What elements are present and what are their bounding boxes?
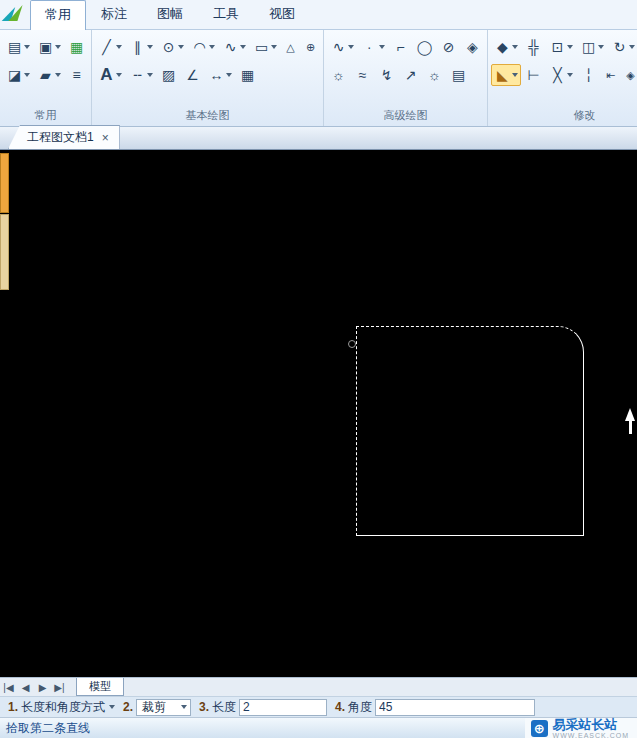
dropdown-caret-icon [348, 45, 354, 49]
circle-icon[interactable]: ⊙ [157, 36, 187, 58]
dropdown-caret-icon [226, 73, 232, 77]
layer-settings-icon[interactable]: ≡ [65, 64, 88, 86]
wave-line-icon[interactable]: ≈ [351, 64, 374, 86]
arrow-icon[interactable]: ↗ [399, 64, 422, 86]
table-icon[interactable]: ▦ [236, 64, 259, 86]
angle-icon[interactable]: ∠ [181, 64, 204, 86]
dropdown-caret-icon [271, 45, 277, 49]
polyline-icon[interactable]: ⌐ [389, 36, 412, 58]
extend-icon[interactable]: ⊢ [522, 64, 545, 86]
group-label-modify: 修改 [491, 106, 637, 126]
text-icon[interactable]: A [95, 64, 125, 86]
break-icon[interactable]: ╎ [577, 64, 600, 86]
tab-home[interactable]: 常用 [30, 0, 86, 30]
ruler-icon[interactable]: ▤ [447, 64, 470, 86]
dropdown-caret-icon [512, 73, 518, 77]
dropdown-caret-icon [512, 45, 518, 49]
insert-object-icon[interactable]: ▦ [65, 36, 88, 58]
formula-curve-icon[interactable]: ⊘ [437, 36, 460, 58]
document-tab[interactable]: 工程图文档1 × [8, 125, 120, 149]
command-prompt-text: 拾取第二条直线 [6, 720, 90, 737]
document-tab-label: 工程图文档1 [27, 129, 94, 146]
docked-panel-tab-2[interactable] [0, 214, 9, 290]
ribbon-group-basic-draw: ╱ ∥ ⊙ ◠ ∿ ▭ △ ⊕ A ╌ ▨ ∠ ↔ ▦ 基本绘图 [92, 30, 324, 126]
group-label-advanced-draw: 高级绘图 [327, 106, 484, 126]
watermark-title: 易采站长站 [553, 718, 629, 731]
trim-icon[interactable]: ╳ [546, 64, 576, 86]
option2-number: 2. [123, 700, 133, 714]
ribbon-panel: ▤ ▣ ▦ ◪ ▰ ≡ 常用 ╱ ∥ ⊙ ◠ ∿ ▭ △ ⊕ [0, 30, 637, 127]
spline-icon[interactable]: ∿ [219, 36, 249, 58]
document-tab-bar: 工程图文档1 × [0, 127, 637, 150]
option1-mode-dropdown[interactable]: 长度和角度方式 [21, 699, 105, 716]
move-icon[interactable]: ╬ [522, 36, 545, 58]
mouse-cursor-icon [624, 408, 637, 434]
dropdown-caret-icon[interactable] [109, 705, 115, 709]
block-icon[interactable]: ◈ [461, 36, 484, 58]
zigzag-line-icon[interactable]: ↯ [375, 64, 398, 86]
arc-icon[interactable]: ◠ [188, 36, 218, 58]
dropdown-caret-icon [116, 73, 122, 77]
dropdown-caret-icon [24, 73, 30, 77]
close-document-icon[interactable]: × [102, 133, 109, 143]
length-label: 长度 [212, 699, 236, 716]
tab-dimension[interactable]: 标注 [86, 0, 142, 29]
dropdown-caret-icon [567, 45, 573, 49]
stretch-icon[interactable]: ⇤ [601, 64, 620, 86]
dropdown-caret-icon [55, 73, 61, 77]
dimension-icon[interactable]: ↔ [205, 64, 235, 86]
docked-panel-tab-1[interactable] [0, 153, 9, 213]
mirror-icon[interactable]: ◫ [577, 36, 607, 58]
line-icon[interactable]: ╱ [95, 36, 125, 58]
dropdown-caret-icon [116, 45, 122, 49]
drawn-rectangle-with-fillet[interactable] [356, 326, 584, 536]
first-sheet-button[interactable]: |◀ [0, 678, 17, 696]
explode-icon[interactable]: ◈ [621, 64, 637, 86]
angle-input[interactable] [375, 699, 535, 716]
tab-view[interactable]: 视图 [254, 0, 310, 29]
ellipse-icon[interactable]: ◯ [413, 36, 436, 58]
option4-number: 4. [335, 700, 345, 714]
format-brush-icon[interactable]: ▰ [34, 64, 64, 86]
point-icon[interactable]: ∙ [358, 36, 388, 58]
tab-drawing-frame[interactable]: 图幅 [142, 0, 198, 29]
group-label-common: 常用 [3, 106, 88, 126]
polygon-icon[interactable]: △ [281, 36, 300, 58]
prev-sheet-button[interactable]: ◀ [17, 678, 34, 696]
length-input[interactable] [239, 699, 327, 716]
group-label-basic-draw: 基本绘图 [95, 106, 320, 126]
drawing-canvas[interactable] [0, 150, 637, 677]
parallel-line-icon[interactable]: ∥ [126, 36, 156, 58]
dropdown-caret-icon [598, 45, 604, 49]
gear2-icon[interactable]: ☼ [423, 64, 446, 86]
hatch-icon[interactable]: ▨ [157, 64, 180, 86]
curve-icon[interactable]: ∿ [327, 36, 357, 58]
chamfer-fillet-icon[interactable]: ◣ [491, 64, 521, 86]
dropdown-caret-icon [147, 45, 153, 49]
centerline-icon[interactable]: ⊕ [301, 36, 320, 58]
model-tab[interactable]: 模型 [76, 678, 124, 696]
dash-dot-line-icon[interactable]: ╌ [126, 64, 156, 86]
next-sheet-button[interactable]: ▶ [34, 678, 51, 696]
watermark-logo-icon: ⊕ [531, 720, 548, 737]
ribbon-group-common: ▤ ▣ ▦ ◪ ▰ ≡ 常用 [0, 30, 92, 126]
last-sheet-button[interactable]: ▶| [51, 678, 68, 696]
offset-icon[interactable]: ⊡ [546, 36, 576, 58]
rectangle-icon[interactable]: ▭ [250, 36, 280, 58]
cad-window: 常用 标注 图幅 工具 视图 ▤ ▣ ▦ ◪ ▰ ≡ 常用 ╱ ∥ ⊙ [0, 0, 637, 738]
gear-icon[interactable]: ☼ [327, 64, 350, 86]
app-logo-icon[interactable] [2, 3, 26, 27]
dropdown-caret-icon [629, 45, 635, 49]
dropdown-caret-icon [24, 45, 30, 49]
paste-icon[interactable]: ▤ [3, 36, 33, 58]
eraser-icon[interactable]: ◪ [3, 64, 33, 86]
rotate-icon[interactable]: ↻ [608, 36, 637, 58]
tab-tools[interactable]: 工具 [198, 0, 254, 29]
property-brush-icon[interactable]: ◆ [491, 36, 521, 58]
trim-mode-combobox[interactable]: 裁剪 [136, 699, 191, 716]
dropdown-caret-icon [240, 45, 246, 49]
ribbon-group-modify: ◆ ╬ ⊡ ◫ ↻ ⊞ ▦ ◣ ⊢ ╳ ╎ ⇤ ◈ 修改 [488, 30, 637, 126]
watermark: ⊕ 易采站长站 WWW.EASCK.COM [525, 718, 637, 738]
dropdown-caret-icon [181, 705, 187, 709]
copy-icon[interactable]: ▣ [34, 36, 64, 58]
